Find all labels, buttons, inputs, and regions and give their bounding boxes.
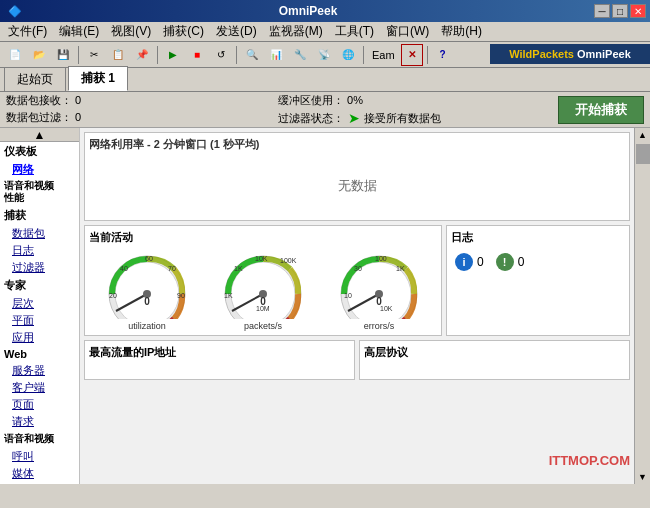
close-button[interactable]: ✕ (630, 4, 646, 18)
scroll-up-arrow[interactable]: ▲ (636, 128, 649, 142)
sidebar-item-filter[interactable]: 过滤器 (0, 259, 79, 276)
gauges-log-row: 当前活动 (84, 225, 630, 336)
log-info-count: 0 (477, 255, 484, 269)
toolbar-btn6[interactable]: 🔧 (289, 44, 311, 66)
toolbar-stop[interactable]: ■ (186, 44, 208, 66)
menu-capture[interactable]: 捕获(C) (157, 21, 210, 42)
svg-text:70: 70 (168, 265, 176, 272)
menu-help[interactable]: 帮助(H) (435, 21, 488, 42)
log-panel: 日志 i 0 ! 0 (446, 225, 630, 336)
sidebar-item-plane[interactable]: 平面 (0, 312, 79, 329)
svg-text:1K: 1K (224, 292, 233, 299)
info-icon: i (455, 253, 473, 271)
log-warn-item: ! 0 (496, 253, 525, 271)
window-title: OmniPeek (22, 4, 594, 18)
sidebar-header-capture: 捕获 (0, 206, 79, 225)
sidebar-item-request[interactable]: 请求 (0, 413, 79, 430)
sidebar-item-log[interactable]: 日志 (0, 242, 79, 259)
log-items-container: i 0 ! 0 (451, 249, 625, 275)
toolbar-copy[interactable]: 📋 (107, 44, 129, 66)
logo-area: WildPackets OmniPeek (490, 44, 650, 64)
sidebar-item-app[interactable]: 应用 (0, 329, 79, 346)
scroll-down-arrow[interactable]: ▼ (636, 470, 649, 484)
gauge-packets-label: packets/s (244, 321, 282, 331)
menu-bar: 文件(F) 编辑(E) 视图(V) 捕获(C) 发送(D) 监视器(M) 工具(… (0, 22, 650, 42)
gauge-errors-label: errors/s (364, 321, 395, 331)
toolbar-btn4[interactable]: 🔍 (241, 44, 263, 66)
window-controls: ─ □ ✕ (594, 4, 646, 18)
toolbar-btn8[interactable]: 🌐 (337, 44, 359, 66)
packets-received-label: 数据包接收： 0 (6, 93, 278, 108)
right-scrollbar[interactable]: ▲ ▼ (634, 128, 650, 484)
gauge-errors: 10 30 100 1K 10K 0 errors/s (334, 249, 424, 331)
toolbar-start[interactable]: ▶ (162, 44, 184, 66)
sidebar-item-peer[interactable]: 对等 (0, 482, 79, 484)
tab-start-page[interactable]: 起始页 (4, 67, 66, 91)
filter-status: 过滤器状态： ➤ 接受所有数据包 (278, 110, 550, 126)
status-bar: 数据包接收： 0 缓冲区使用： 0% 数据包过滤： 0 过滤器状态： ➤ 接受所… (0, 92, 650, 128)
toolbar-cut[interactable]: ✂ (83, 44, 105, 66)
buffer-usage: 缓冲区使用： 0% (278, 93, 550, 108)
toolbar-sep-5 (427, 46, 428, 64)
log-panel-title: 日志 (451, 230, 625, 245)
high-layer-panel: 高层协议 (359, 340, 630, 380)
current-activity-panel: 当前活动 (84, 225, 442, 336)
menu-monitor[interactable]: 监视器(M) (263, 21, 329, 42)
tab-capture-1[interactable]: 捕获 1 (68, 66, 128, 91)
menu-view[interactable]: 视图(V) (105, 21, 157, 42)
menu-tools[interactable]: 工具(T) (329, 21, 380, 42)
svg-text:60: 60 (145, 255, 153, 262)
menu-window[interactable]: 窗口(W) (380, 21, 435, 42)
gauges-container: 20 40 60 70 90 0 utilization (89, 249, 437, 331)
toolbar-help[interactable]: ? (432, 44, 454, 66)
maximize-button[interactable]: □ (612, 4, 628, 18)
svg-text:0: 0 (376, 296, 382, 307)
top-ip-title: 最高流量的IP地址 (89, 345, 350, 360)
scroll-thumb[interactable] (636, 144, 650, 164)
toolbar-close-x[interactable]: ✕ (401, 44, 423, 66)
top-ip-panel: 最高流量的IP地址 (84, 340, 355, 380)
menu-edit[interactable]: 编辑(E) (53, 21, 105, 42)
minimize-button[interactable]: ─ (594, 4, 610, 18)
toolbar-btn7[interactable]: 📡 (313, 44, 335, 66)
svg-text:10K: 10K (255, 255, 268, 262)
toolbar-new[interactable]: 📄 (4, 44, 26, 66)
toolbar-restart[interactable]: ↺ (210, 44, 232, 66)
packets-dropped-label: 数据包过滤： 0 (6, 110, 278, 126)
menu-send[interactable]: 发送(D) (210, 21, 263, 42)
sidebar-item-call[interactable]: 呼叫 (0, 448, 79, 465)
svg-text:20: 20 (109, 292, 117, 299)
svg-text:0: 0 (144, 296, 150, 307)
toolbar-save[interactable]: 💾 (52, 44, 74, 66)
logo-brand: WildPackets OmniPeek (509, 48, 631, 60)
sidebar-item-packets[interactable]: 数据包 (0, 225, 79, 242)
svg-text:0: 0 (260, 296, 266, 307)
app-icon: 🔷 (4, 5, 22, 18)
sidebar-item-server[interactable]: 服务器 (0, 362, 79, 379)
sidebar-item-layers[interactable]: 层次 (0, 295, 79, 312)
sidebar-item-client[interactable]: 客户端 (0, 379, 79, 396)
sidebar-header-web: Web (0, 346, 79, 362)
title-bar: 🔷 OmniPeek ─ □ ✕ (0, 0, 650, 22)
sidebar-header-dashboard: 仪表板 (0, 142, 79, 161)
log-warn-count: 0 (518, 255, 525, 269)
sidebar-item-network[interactable]: 网络 (0, 161, 79, 178)
toolbar-paste[interactable]: 📌 (131, 44, 153, 66)
svg-text:100: 100 (375, 255, 387, 262)
menu-file[interactable]: 文件(F) (2, 21, 53, 42)
main-layout: ▲ 仪表板 网络 语音和视频性能 捕获 数据包 日志 过滤器 专家 层次 平面 … (0, 128, 650, 484)
toolbar-btn5[interactable]: 📊 (265, 44, 287, 66)
svg-text:100K: 100K (280, 257, 297, 264)
sidebar-item-media[interactable]: 媒体 (0, 465, 79, 482)
svg-text:30: 30 (354, 265, 362, 272)
tab-bar: 起始页 捕获 1 (0, 68, 650, 92)
sidebar-header-voicevideo1: 语音和视频性能 (0, 178, 79, 206)
sidebar-item-page[interactable]: 页面 (0, 396, 79, 413)
toolbar-label: Eam (368, 49, 399, 61)
content-area: 网络利用率 - 2 分钟窗口 (1 秒平均) 无数据 当前活动 (80, 128, 634, 484)
svg-text:10: 10 (344, 292, 352, 299)
sidebar-header-voicevideo2: 语音和视频 (0, 430, 79, 448)
toolbar-open[interactable]: 📂 (28, 44, 50, 66)
start-capture-button[interactable]: 开始捕获 (558, 96, 644, 124)
sidebar-scroll-up[interactable]: ▲ (0, 128, 79, 142)
